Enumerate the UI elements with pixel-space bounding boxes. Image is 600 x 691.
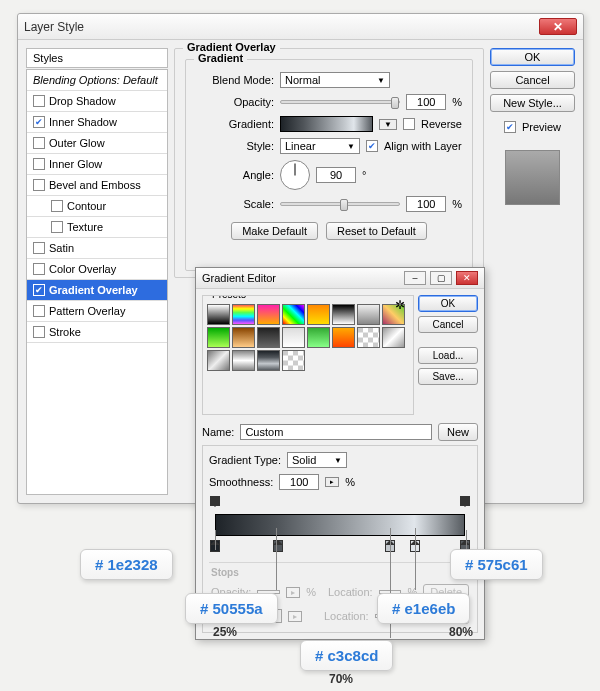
opacity-slider[interactable] — [280, 100, 400, 104]
new-style-button[interactable]: New Style... — [490, 94, 575, 112]
style-row-pattern-overlay[interactable]: Pattern Overlay — [27, 301, 167, 322]
callout-line — [276, 528, 277, 590]
checkbox-icon[interactable] — [33, 305, 45, 317]
chevron-down-icon: ▼ — [334, 456, 342, 465]
style-row-color-overlay[interactable]: Color Overlay — [27, 259, 167, 280]
editor-cancel-button[interactable]: Cancel — [418, 316, 478, 333]
gradient-picker[interactable] — [280, 116, 373, 132]
titlebar[interactable]: Layer Style ✕ — [18, 14, 583, 40]
style-row-bevel-emboss[interactable]: Bevel and Emboss — [27, 175, 167, 196]
gear-icon[interactable]: ✲ — [395, 298, 409, 312]
preset-swatch[interactable] — [282, 350, 305, 371]
slider-thumb[interactable] — [340, 199, 348, 211]
opacity-stop[interactable] — [460, 496, 470, 506]
preset-swatch[interactable] — [332, 304, 355, 325]
preset-swatch[interactable] — [282, 304, 305, 325]
chevron-icon[interactable]: ▸ — [286, 587, 300, 598]
smoothness-value[interactable]: 100 — [279, 474, 319, 490]
reverse-checkbox[interactable] — [403, 118, 415, 130]
styles-list: Blending Options: Default Drop Shadow In… — [26, 69, 168, 495]
chevron-icon[interactable]: ▸ — [288, 611, 302, 622]
gradient-type-combo[interactable]: Solid▼ — [287, 452, 347, 468]
minimize-button[interactable]: – — [404, 271, 426, 285]
preset-swatch[interactable] — [257, 350, 280, 371]
preset-swatch[interactable] — [257, 304, 280, 325]
preset-swatch[interactable] — [232, 327, 255, 348]
styles-header[interactable]: Styles — [26, 48, 168, 68]
scale-value[interactable]: 100 — [406, 196, 446, 212]
checkbox-icon[interactable] — [51, 200, 63, 212]
checkbox-icon[interactable] — [33, 179, 45, 191]
checkbox-icon[interactable] — [33, 137, 45, 149]
checkbox-icon[interactable] — [51, 221, 63, 233]
checkbox-icon[interactable] — [33, 116, 45, 128]
checkbox-icon[interactable] — [33, 284, 45, 296]
style-row-texture[interactable]: Texture — [27, 217, 167, 238]
dialog-title: Layer Style — [24, 20, 539, 34]
checkbox-icon[interactable] — [33, 326, 45, 338]
angle-dial[interactable] — [280, 160, 310, 190]
preset-swatch[interactable] — [357, 304, 380, 325]
chevron-down-icon[interactable]: ▸ — [325, 477, 339, 487]
chevron-down-icon[interactable]: ▼ — [379, 119, 397, 130]
preset-swatch[interactable] — [257, 327, 280, 348]
callout-color-4: # e1e6eb — [377, 593, 470, 624]
ok-button[interactable]: OK — [490, 48, 575, 66]
preset-swatch[interactable] — [282, 327, 305, 348]
preset-swatch[interactable] — [357, 327, 380, 348]
checkbox-icon[interactable] — [33, 158, 45, 170]
preset-swatch[interactable] — [207, 327, 230, 348]
preset-swatch[interactable] — [207, 304, 230, 325]
checkbox-icon[interactable] — [33, 242, 45, 254]
make-default-button[interactable]: Make Default — [231, 222, 318, 240]
color-stop-row[interactable] — [215, 536, 465, 558]
align-label: Align with Layer — [384, 140, 462, 152]
cancel-button[interactable]: Cancel — [490, 71, 575, 89]
callout-pct-2: 25% — [213, 625, 237, 639]
slider-thumb[interactable] — [391, 97, 399, 109]
maximize-button[interactable]: ▢ — [430, 271, 452, 285]
reset-default-button[interactable]: Reset to Default — [326, 222, 427, 240]
preset-swatch[interactable] — [307, 327, 330, 348]
style-row-inner-shadow[interactable]: Inner Shadow — [27, 112, 167, 133]
opacity-value[interactable]: 100 — [406, 94, 446, 110]
scale-slider[interactable] — [280, 202, 400, 206]
editor-ok-button[interactable]: OK — [418, 295, 478, 312]
opacity-stop[interactable] — [210, 496, 220, 506]
preset-swatch[interactable] — [382, 327, 405, 348]
gradient-type-label: Gradient Type: — [209, 454, 281, 466]
angle-value[interactable]: 90 — [316, 167, 356, 183]
style-row-stroke[interactable]: Stroke — [27, 322, 167, 343]
callout-color-2: # 50555a — [185, 593, 278, 624]
align-checkbox[interactable] — [366, 140, 378, 152]
preset-swatch[interactable] — [207, 350, 230, 371]
blend-mode-combo[interactable]: Normal▼ — [280, 72, 390, 88]
new-gradient-button[interactable]: New — [438, 423, 478, 441]
preset-swatch[interactable] — [232, 304, 255, 325]
opacity-stop-row[interactable] — [215, 496, 465, 508]
preset-swatch[interactable] — [307, 304, 330, 325]
editor-load-button[interactable]: Load... — [418, 347, 478, 364]
close-button[interactable]: ✕ — [539, 18, 577, 35]
color-stop[interactable] — [273, 540, 283, 552]
gradient-editor-titlebar[interactable]: Gradient Editor – ▢ ✕ — [196, 268, 484, 289]
checkbox-icon[interactable] — [33, 95, 45, 107]
angle-suffix: ° — [362, 169, 366, 181]
gradient-bar[interactable] — [215, 514, 465, 536]
style-row-gradient-overlay[interactable]: Gradient Overlay — [27, 280, 167, 301]
style-combo[interactable]: Linear▼ — [280, 138, 360, 154]
editor-save-button[interactable]: Save... — [418, 368, 478, 385]
name-input[interactable]: Custom — [240, 424, 432, 440]
preview-checkbox[interactable] — [504, 121, 516, 133]
preset-swatch[interactable] — [232, 350, 255, 371]
style-row-drop-shadow[interactable]: Drop Shadow — [27, 91, 167, 112]
preview-label: Preview — [522, 121, 561, 133]
style-row-outer-glow[interactable]: Outer Glow — [27, 133, 167, 154]
style-row-contour[interactable]: Contour — [27, 196, 167, 217]
style-row-satin[interactable]: Satin — [27, 238, 167, 259]
style-row-inner-glow[interactable]: Inner Glow — [27, 154, 167, 175]
preset-swatch[interactable] — [332, 327, 355, 348]
checkbox-icon[interactable] — [33, 263, 45, 275]
blending-options-row[interactable]: Blending Options: Default — [27, 70, 167, 91]
close-button[interactable]: ✕ — [456, 271, 478, 285]
